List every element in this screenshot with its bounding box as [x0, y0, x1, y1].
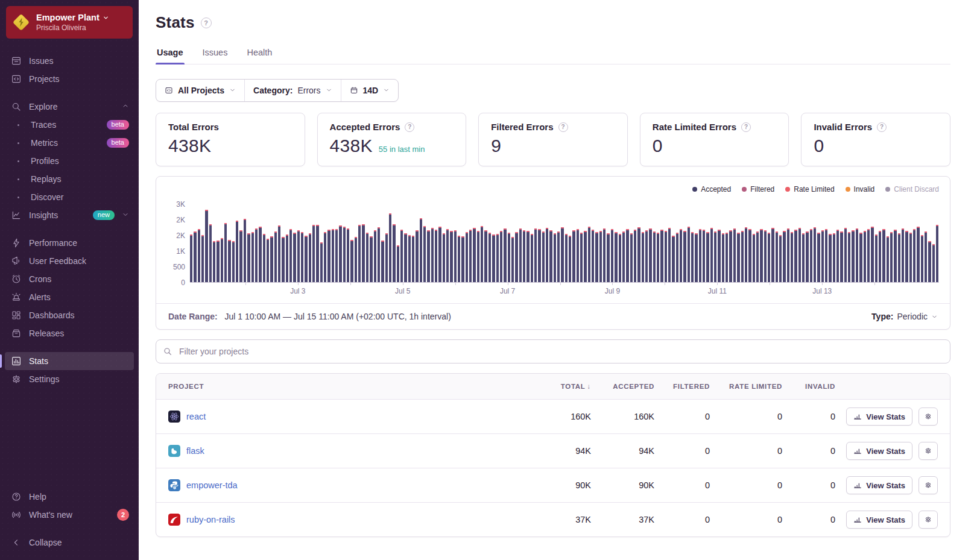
column-header-total[interactable]: TOTAL↓ — [525, 383, 591, 390]
chart-bar — [443, 233, 445, 282]
help-icon[interactable]: ? — [405, 122, 414, 132]
chart-bar — [890, 232, 893, 282]
sidebar-item-explore[interactable]: Explore — [5, 98, 134, 116]
sidebar-item-metrics[interactable]: Metricsbeta — [5, 134, 134, 152]
tab-usage[interactable]: Usage — [156, 48, 185, 64]
chart-bar — [810, 229, 812, 282]
sidebar-item-insights[interactable]: Insightsnew — [5, 206, 134, 224]
sidebar-item-alerts[interactable]: Alerts — [5, 288, 134, 306]
sidebar-item-profiles[interactable]: Profiles — [5, 152, 134, 170]
view-stats-button[interactable]: View Stats — [846, 442, 912, 460]
date-period-filter[interactable]: 14D — [341, 80, 399, 101]
project-filter[interactable]: All Projects — [156, 80, 244, 101]
total-value: 94K — [525, 446, 591, 456]
column-header-rate-limited[interactable]: RATE LIMITED — [710, 383, 782, 390]
sidebar-item-collapse[interactable]: Collapse — [5, 533, 134, 552]
chart-bar — [247, 233, 250, 282]
project-settings-button[interactable] — [919, 407, 938, 426]
sidebar-item-dashboards[interactable]: Dashboards — [5, 306, 134, 324]
chart-bar — [710, 228, 713, 282]
column-header-filtered[interactable]: FILTERED — [654, 383, 710, 390]
date-range-value: Jul 1 10:00 AM — Jul 15 11:00 AM (+02:00… — [225, 312, 451, 321]
project-settings-button[interactable] — [919, 442, 938, 460]
chart-bar — [611, 229, 613, 282]
legend-invalid[interactable]: Invalid — [846, 185, 875, 193]
chart-bar — [332, 229, 334, 282]
accepted-value: 94K — [591, 446, 654, 456]
help-icon[interactable]: ? — [558, 122, 568, 132]
chart-bar — [595, 232, 598, 282]
sidebar-item-settings[interactable]: Settings — [5, 370, 134, 388]
chart-bar — [603, 228, 605, 282]
page-help-icon[interactable]: ? — [201, 17, 212, 28]
sidebar-item-what-s-new[interactable]: What's new2 — [5, 506, 134, 524]
feedback-icon — [11, 256, 22, 266]
x-tick — [560, 283, 561, 285]
chart-bar — [776, 231, 778, 282]
help-icon[interactable]: ? — [877, 122, 887, 132]
chart-bar — [374, 230, 376, 282]
legend-dot-icon — [742, 187, 747, 192]
sidebar-item-crons[interactable]: Crons — [5, 270, 134, 288]
chart-bar — [783, 231, 785, 282]
sidebar-item-issues[interactable]: Issues — [5, 52, 134, 70]
stat-card-invalid-errors: Invalid Errors?0 — [801, 113, 950, 166]
sidebar-item-releases[interactable]: Releases — [5, 324, 134, 342]
sidebar-item-help[interactable]: Help — [5, 488, 134, 506]
tab-issues[interactable]: Issues — [201, 48, 229, 64]
page-title: Stats — [156, 13, 195, 32]
sidebar-item-performance[interactable]: Performance — [5, 234, 134, 252]
view-stats-button[interactable]: View Stats — [846, 511, 912, 529]
chart-bar — [416, 230, 418, 282]
bullet-icon — [13, 178, 24, 180]
chart-bar — [251, 232, 254, 282]
help-icon[interactable]: ? — [741, 122, 751, 132]
y-tick-label: 500 — [173, 263, 185, 271]
accepted-value: 37K — [591, 515, 654, 524]
column-header-project[interactable]: PROJECT — [168, 383, 525, 390]
chart-bar — [688, 227, 690, 282]
filtered-value: 0 — [654, 480, 710, 490]
org-switcher[interactable]: Empower Plant Priscila Oliveira — [6, 6, 133, 39]
sidebar-item-projects[interactable]: Projects — [5, 70, 134, 88]
column-header-accepted[interactable]: ACCEPTED — [591, 383, 654, 390]
sidebar-item-user-feedback[interactable]: User Feedback — [5, 252, 134, 270]
card-value: 438K — [168, 136, 211, 156]
project-search-input[interactable] — [156, 339, 950, 363]
chart-bar — [477, 231, 479, 282]
x-tick — [822, 283, 823, 285]
total-value: 37K — [525, 515, 591, 524]
project-link[interactable]: flask — [186, 446, 204, 456]
legend-accepted[interactable]: Accepted — [692, 185, 731, 193]
sidebar-item-traces[interactable]: Tracesbeta — [5, 116, 134, 134]
sidebar-item-stats[interactable]: Stats — [5, 352, 134, 370]
sidebar-item-discover[interactable]: Discover — [5, 188, 134, 206]
tab-health[interactable]: Health — [245, 48, 273, 64]
project-link[interactable]: ruby-on-rails — [186, 515, 235, 524]
project-link[interactable]: react — [186, 412, 206, 421]
chart-bar — [894, 230, 896, 282]
chart-bar — [626, 229, 628, 282]
calendar-icon — [350, 86, 358, 95]
chart-bar — [703, 230, 705, 282]
chart-bar — [508, 233, 510, 282]
type-select[interactable]: Type: Periodic — [871, 312, 938, 321]
legend-rate-limited[interactable]: Rate Limited — [785, 185, 834, 193]
sidebar-item-replays[interactable]: Replays — [5, 170, 134, 188]
projects-table: PROJECTTOTAL↓ACCEPTEDFILTEREDRATE LIMITE… — [156, 373, 950, 537]
sentry-logo-icon — [12, 13, 30, 31]
project-link[interactable]: empower-tda — [186, 480, 238, 490]
legend-filtered[interactable]: Filtered — [742, 185, 774, 193]
project-settings-button[interactable] — [919, 476, 938, 494]
legend-client-discard[interactable]: Client Discard — [885, 185, 939, 193]
chart-bar — [404, 233, 406, 282]
project-settings-button[interactable] — [919, 511, 938, 529]
category-filter[interactable]: Category: Errors — [244, 80, 340, 101]
view-stats-button[interactable]: View Stats — [846, 476, 912, 494]
card-value: 0 — [814, 136, 824, 156]
column-header-invalid[interactable]: INVALID — [782, 383, 835, 390]
filtered-value: 0 — [654, 412, 710, 421]
view-stats-button[interactable]: View Stats — [846, 407, 912, 426]
bullet-icon — [13, 160, 24, 162]
page-filter-bar: All Projects Category: Errors 14D — [156, 79, 399, 102]
